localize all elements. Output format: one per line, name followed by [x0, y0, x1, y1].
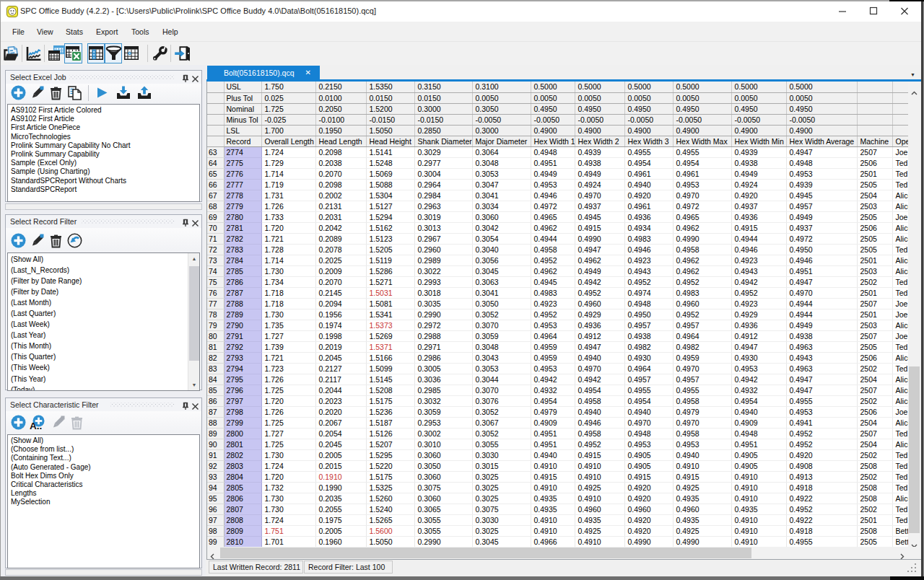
svg-text:A..: A..	[30, 421, 42, 430]
